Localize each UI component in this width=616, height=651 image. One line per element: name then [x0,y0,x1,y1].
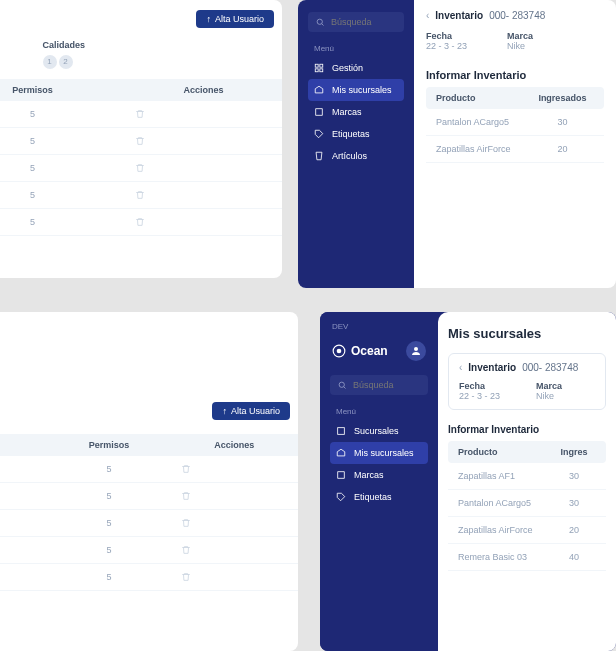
breadcrumb-id: 000- 283748 [489,10,545,21]
menu-item-label: Marcas [354,470,384,480]
svg-line-1 [322,23,324,25]
sidebar-item-marcas[interactable]: Marcas [324,464,434,486]
col-permisos: Permisos [37,440,180,450]
fecha-value: 22 - 3 - 23 [426,41,467,51]
breadcrumb-id: 000- 283748 [522,362,578,373]
cell-name: Martín [0,572,37,582]
fecha-label: Fecha [426,31,467,41]
delete-icon[interactable] [181,518,288,528]
menu-icon [336,492,346,502]
brand: Ocean [332,344,388,358]
cell-ingresados: 30 [531,117,594,127]
marca-label: Marca [507,31,533,41]
menu-item-label: Gestión [332,63,363,73]
delete-icon[interactable] [181,572,288,582]
table-row: Zapatillas AF130 [448,463,606,490]
ocean-panel: DEV Ocean Menú SucursalesMis sucursalesM… [320,312,616,651]
menu-item-label: Mis sucursales [332,85,392,95]
cell-ingresados: 40 [552,552,596,562]
add-user-button[interactable]: ↑ Alta Usuario [212,402,290,420]
delete-icon[interactable] [181,545,288,555]
menu-icon [314,85,324,95]
cell-ingresados: 20 [552,525,596,535]
sidebar-item-mis-sucursales[interactable]: Mis sucursales [330,442,428,464]
col-acciones: Acciones [135,85,272,95]
chevron-left-icon[interactable]: ‹ [459,362,462,373]
ocean-content: Mis sucursales ‹ Inventario 000- 283748 … [438,312,616,651]
inventory-content: ‹ Inventario 000- 283748 Fecha 22 - 3 - … [414,0,616,288]
breadcrumb-current: Inventario [468,362,516,373]
user-panel-bottom: ↑ Alta Usuario e Permisos Acciones Martí… [0,312,298,651]
cell-name: Martín [0,518,37,528]
sidebar-item-sucursales[interactable]: Sucursales [324,420,434,442]
upload-icon: ↑ [222,406,227,416]
table-row: Martín5 [0,537,298,564]
table-row: 5 [0,128,282,155]
avatar[interactable] [406,341,426,361]
delete-icon[interactable] [135,109,272,119]
cell-ingresados: 30 [552,471,596,481]
cell-permisos: 5 [0,163,135,173]
informar-title: Informar Inventario [426,69,604,81]
sidebar-item-mis-sucursales[interactable]: Mis sucursales [308,79,404,101]
svg-point-9 [339,382,344,387]
fecha-block: Fecha 22 - 3 - 23 [459,381,500,401]
table-row: 5 [0,209,282,236]
col-ingresados: Ingresados [531,93,594,103]
table-header: Permisos Acciones [0,79,282,101]
search-box[interactable] [330,375,428,395]
table-row: Zapatillas AirForce20 [448,517,606,544]
svg-rect-11 [338,428,345,435]
cell-producto: Pantalon ACargo5 [458,498,552,508]
informar-title: Informar Inventario [448,424,606,435]
cell-name: Martín [0,464,37,474]
sidebar-item-gestión[interactable]: Gestión [302,57,410,79]
cell-permisos: 5 [0,217,135,227]
search-box[interactable] [308,12,404,32]
delete-icon[interactable] [135,136,272,146]
col-producto: Producto [458,447,552,457]
search-input[interactable] [353,380,420,390]
sidebar-top: Menú GestiónMis sucursalesMarcasEtiqueta… [298,0,414,288]
menu-icon [336,426,346,436]
delete-icon[interactable] [135,163,272,173]
cell-permisos: 5 [37,464,180,474]
upload-icon: ↑ [206,14,211,24]
delete-icon[interactable] [181,464,288,474]
cell-permisos: 5 [0,136,135,146]
marca-value: Nike [536,391,562,401]
cell-name: o [0,491,37,501]
svg-rect-3 [320,64,323,67]
table-row: Remera Basic 0340 [448,544,606,571]
marca-block: Marca Nike [507,31,533,51]
sidebar-item-artículos[interactable]: Artículos [302,145,410,167]
table-row: 5 [0,101,282,128]
col-producto: Producto [436,93,531,103]
cell-ingresados: 30 [552,498,596,508]
marca-value: Nike [507,41,533,51]
table-row: 5 [0,155,282,182]
inventory-panel-top: Menú GestiónMis sucursalesMarcasEtiqueta… [298,0,616,288]
cell-producto: Pantalon ACargo5 [436,117,531,127]
menu-item-label: Artículos [332,151,367,161]
add-user-button[interactable]: ↑ Alta Usuario [196,10,274,28]
menu-icon [314,151,324,161]
delete-icon[interactable] [181,491,288,501]
search-input[interactable] [331,17,396,27]
svg-rect-2 [315,64,318,67]
cell-permisos: 5 [0,109,135,119]
chevron-left-icon[interactable]: ‹ [426,10,429,21]
sidebar-item-etiquetas[interactable]: Etiquetas [302,123,410,145]
fecha-label: Fecha [459,381,500,391]
table-header: e Permisos Acciones [0,434,298,456]
sidebar-item-etiquetas[interactable]: Etiquetas [324,486,434,508]
cell-name: Martín [0,545,37,555]
menu-icon [314,63,324,73]
search-icon [316,18,325,27]
table-row: Martín5 [0,564,298,591]
cell-ingresados: 20 [531,144,594,154]
sidebar-item-marcas[interactable]: Marcas [302,101,410,123]
delete-icon[interactable] [135,217,272,227]
delete-icon[interactable] [135,190,272,200]
col-ingresados: Ingres [552,447,596,457]
